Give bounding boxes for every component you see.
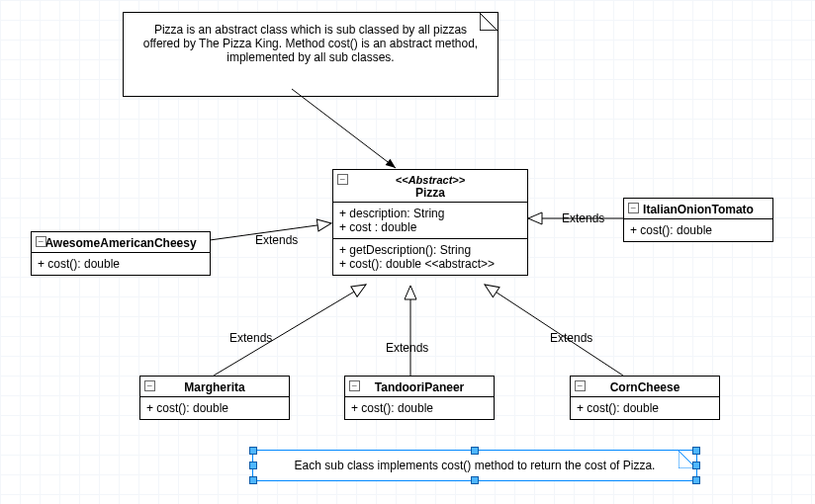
note-fold-icon (480, 13, 498, 31)
class-attributes: + description: String + cost : double (333, 203, 527, 239)
resize-handle-icon[interactable] (692, 476, 700, 484)
class-operations: + cost(): double (140, 397, 289, 419)
class-awesome-american-cheesy[interactable]: − AwesomeAmericanCheesy + cost(): double (31, 231, 211, 276)
collapse-icon[interactable]: − (349, 380, 360, 391)
svg-line-7 (214, 285, 366, 376)
edge-label-extends: Extends (255, 233, 298, 247)
class-pizza[interactable]: − <<Abstract>> Pizza + description: Stri… (332, 169, 528, 276)
resize-handle-icon[interactable] (692, 462, 700, 469)
class-operations: + cost(): double (32, 253, 210, 275)
class-operations: + cost(): double (345, 397, 494, 419)
class-name: Margherita (146, 380, 283, 394)
class-stereotype: <<Abstract>> (339, 174, 521, 186)
note-pizza-abstract[interactable]: Pizza is an abstract class which is sub … (123, 12, 498, 97)
edge-label-extends: Extends (550, 331, 592, 345)
diagram-canvas[interactable]: Pizza is an abstract class which is sub … (0, 0, 815, 504)
resize-handle-icon[interactable] (471, 476, 479, 484)
svg-line-4 (292, 89, 396, 168)
class-tandoori-paneer[interactable]: − TandooriPaneer + cost(): double (344, 376, 495, 420)
class-name: Pizza (339, 186, 521, 200)
resize-handle-icon[interactable] (249, 462, 257, 469)
collapse-icon[interactable]: − (337, 174, 348, 185)
class-name: TandooriPaneer (351, 380, 488, 394)
class-name: AwesomeAmericanCheesy (38, 236, 204, 250)
class-operations: + getDescription(): String + cost(): dou… (333, 239, 527, 275)
edge-label-extends: Extends (386, 341, 428, 355)
svg-line-9 (485, 285, 623, 376)
collapse-icon[interactable]: − (36, 236, 46, 247)
resize-handle-icon[interactable] (692, 447, 700, 455)
collapse-icon[interactable]: − (628, 203, 639, 213)
class-corn-cheese[interactable]: − CornCheese + cost(): double (570, 376, 720, 420)
class-italian-onion-tomato[interactable]: − ItalianOnionTomato + cost(): double (623, 198, 773, 242)
resize-handle-icon[interactable] (249, 447, 257, 455)
note-text: Each sub class implements cost() method … (295, 459, 656, 472)
class-name: CornCheese (577, 380, 713, 394)
class-name: ItalianOnionTomato (630, 203, 767, 216)
resize-handle-icon[interactable] (471, 447, 479, 455)
collapse-icon[interactable]: − (575, 380, 586, 391)
note-text: Pizza is an abstract class which is sub … (143, 23, 478, 64)
note-subclass-cost[interactable]: Each sub class implements cost() method … (252, 450, 697, 481)
edge-label-extends: Extends (562, 211, 604, 225)
class-margherita[interactable]: − Margherita + cost(): double (139, 376, 290, 420)
class-operations: + cost(): double (624, 219, 772, 241)
collapse-icon[interactable]: − (144, 380, 155, 391)
edge-label-extends: Extends (229, 331, 272, 345)
class-operations: + cost(): double (571, 397, 719, 419)
resize-handle-icon[interactable] (249, 476, 257, 484)
